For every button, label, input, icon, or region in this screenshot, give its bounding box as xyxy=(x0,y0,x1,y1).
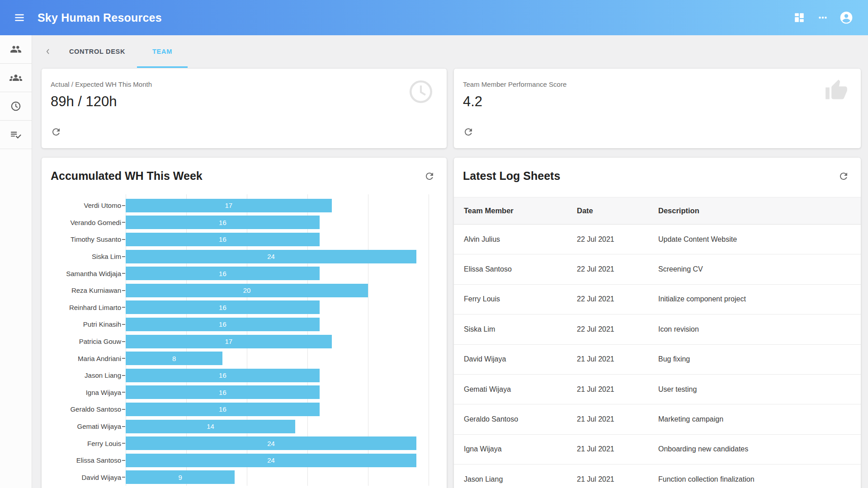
chevron-left-icon[interactable] xyxy=(42,35,53,68)
chart-row: Geraldo Santoso16 xyxy=(42,401,447,418)
sidebar xyxy=(0,35,32,488)
cell-date: 21 Jul 2021 xyxy=(577,385,658,394)
menu-icon[interactable] xyxy=(11,9,28,26)
axis-tick xyxy=(121,443,126,444)
bar[interactable]: 16 xyxy=(126,369,320,382)
cell-team-member: Siska Lim xyxy=(464,325,577,333)
bar[interactable]: 16 xyxy=(126,403,320,416)
table-row[interactable]: Elissa Santoso22 Jul 2021Screening CV xyxy=(454,254,861,284)
cell-description: Bug fixing xyxy=(658,355,861,363)
bar[interactable]: 24 xyxy=(126,436,416,450)
main-content: CONTROL DESK TEAM Actual / Expected WH T… xyxy=(32,35,868,488)
cell-team-member: Alvin Julius xyxy=(464,235,577,244)
chart-plot-area: 16 xyxy=(126,233,447,246)
bar-chart: Verdi Utomo17Verando Gomedi16Timothy Sus… xyxy=(42,194,447,486)
clock-outline-icon xyxy=(408,79,434,105)
column-header-team-member: Team Member xyxy=(464,206,577,215)
chart-plot-area: 16 xyxy=(126,216,447,229)
chart-category-label: David Wijaya xyxy=(42,474,121,481)
bar[interactable]: 14 xyxy=(126,420,295,433)
table-row[interactable]: Alvin Julius22 Jul 2021Update Content We… xyxy=(454,225,861,254)
chart-category-label: Ferry Louis xyxy=(42,440,121,447)
table-row[interactable]: Siska Lim22 Jul 2021Icon revision xyxy=(454,314,861,344)
log-sheets-table: Team Member Date Description Alvin Juliu… xyxy=(454,197,861,488)
tab-control-desk[interactable]: CONTROL DESK xyxy=(57,35,137,68)
chart-card-header: Accumulated WH This Week xyxy=(42,158,447,183)
cell-date: 21 Jul 2021 xyxy=(577,355,658,363)
sidebar-item-groups[interactable] xyxy=(0,64,32,92)
bar-value-label: 17 xyxy=(225,338,232,345)
table-row[interactable]: Geraldo Santoso21 Jul 2021Marketing camp… xyxy=(454,404,861,434)
axis-tick xyxy=(121,358,126,359)
cell-date: 22 Jul 2021 xyxy=(577,295,658,303)
bar-value-label: 16 xyxy=(219,304,226,311)
axis-tick xyxy=(121,392,126,393)
refresh-icon[interactable] xyxy=(838,171,849,182)
sidebar-item-team-members[interactable] xyxy=(0,35,32,64)
table-body: Alvin Julius22 Jul 2021Update Content We… xyxy=(454,225,861,488)
table-row[interactable]: Ferry Louis22 Jul 2021Initialize compone… xyxy=(454,285,861,314)
chart-row: Putri Kinasih16 xyxy=(42,316,447,333)
table-card-latest-log-sheets: Latest Log Sheets Team Member Date Descr… xyxy=(454,158,861,488)
chart-category-label: Samantha Widjaja xyxy=(42,270,121,277)
chart-plot-area: 20 xyxy=(126,284,447,297)
bar[interactable]: 16 xyxy=(126,216,320,229)
clock-icon xyxy=(10,100,22,112)
chart-row: Jason Liang16 xyxy=(42,367,447,384)
bar[interactable]: 17 xyxy=(126,199,332,212)
chart-row: David Wijaya9 xyxy=(42,469,447,486)
cell-description: Update Content Website xyxy=(658,235,861,244)
bar[interactable]: 24 xyxy=(126,454,416,467)
bar[interactable]: 16 xyxy=(126,318,320,331)
chart-plot-area: 24 xyxy=(126,250,447,263)
cell-team-member: Ferry Louis xyxy=(464,295,577,303)
cell-description: Initialize component project xyxy=(658,295,861,303)
chart-category-label: Verando Gomedi xyxy=(42,219,121,226)
bar[interactable]: 16 xyxy=(126,300,320,314)
chart-row: Timothy Susanto16 xyxy=(42,231,447,248)
cell-date: 21 Jul 2021 xyxy=(577,415,658,423)
chart-card-accumulated-wh: Accumulated WH This Week Verdi Utomo17Ve… xyxy=(42,158,447,488)
refresh-icon[interactable] xyxy=(424,171,435,182)
chart-plot-area: 16 xyxy=(126,300,447,314)
refresh-icon[interactable] xyxy=(51,127,61,137)
table-row[interactable]: Igna Wijaya21 Jul 2021Onboarding new can… xyxy=(454,435,861,465)
axis-tick xyxy=(121,460,126,461)
cell-description: Screening CV xyxy=(658,265,861,273)
chart-row: Reza Kurniawan20 xyxy=(42,282,447,299)
tab-team[interactable]: TEAM xyxy=(137,35,188,68)
dashboard-icon[interactable] xyxy=(790,9,808,27)
bar-value-label: 24 xyxy=(267,440,275,447)
axis-tick xyxy=(121,426,126,427)
refresh-icon[interactable] xyxy=(463,127,474,137)
groups-icon xyxy=(9,71,22,84)
cell-date: 22 Jul 2021 xyxy=(577,325,658,333)
bar[interactable]: 16 xyxy=(126,385,320,399)
cell-description: Marketing campaign xyxy=(658,415,861,423)
axis-tick xyxy=(121,222,126,223)
sidebar-item-time[interactable] xyxy=(0,92,32,121)
bar[interactable]: 20 xyxy=(126,284,368,297)
bar[interactable]: 24 xyxy=(126,250,416,263)
chart-row: Verdi Utomo17 xyxy=(42,197,447,214)
people-icon xyxy=(10,43,22,55)
cell-description: Onboarding new candidates xyxy=(658,445,861,453)
sidebar-item-log-sheets[interactable] xyxy=(0,121,32,149)
cell-team-member: Gemati Wijaya xyxy=(464,385,577,394)
table-row[interactable]: Jason Liang21 Jul 2021Function collectio… xyxy=(454,465,861,488)
table-row[interactable]: David Wijaya21 Jul 2021Bug fixing xyxy=(454,345,861,375)
bar[interactable]: 16 xyxy=(126,267,320,280)
axis-tick xyxy=(121,324,126,325)
chart-category-label: Putri Kinasih xyxy=(42,320,121,328)
table-row[interactable]: Gemati Wijaya21 Jul 2021User testing xyxy=(454,375,861,404)
bar[interactable]: 9 xyxy=(126,470,235,484)
bar[interactable]: 17 xyxy=(126,335,332,348)
chart-category-label: Jason Liang xyxy=(42,371,121,379)
cell-team-member: Igna Wijaya xyxy=(464,445,577,453)
more-horizontal-icon[interactable] xyxy=(814,9,832,27)
bar[interactable]: 16 xyxy=(126,233,320,246)
bar[interactable]: 8 xyxy=(126,352,222,365)
account-circle-icon[interactable] xyxy=(837,9,855,27)
column-header-date: Date xyxy=(577,206,658,215)
axis-tick xyxy=(121,205,126,206)
